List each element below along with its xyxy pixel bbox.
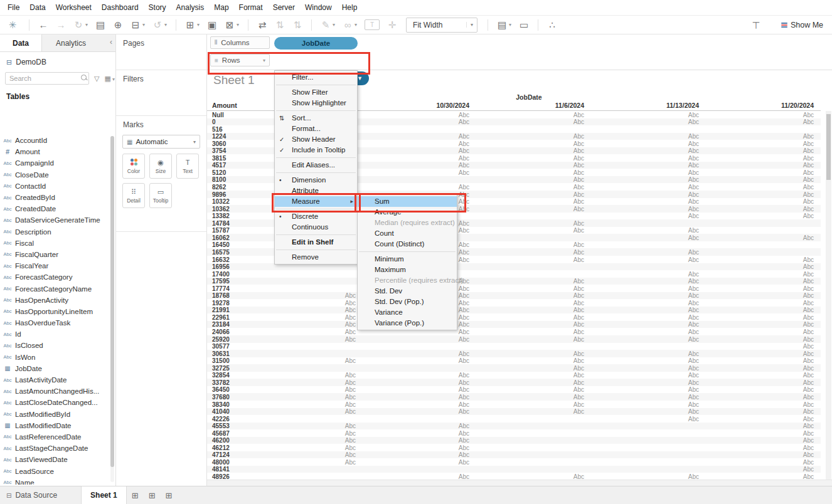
abc-placeholder-cell[interactable]: Abc [617, 386, 699, 393]
abc-placeholder-cell[interactable]: Abc [732, 379, 814, 386]
abc-placeholder-cell[interactable]: Abc [503, 314, 584, 321]
submenu-item-maximum[interactable]: Maximum [358, 265, 457, 275]
amount-value[interactable]: 45553 [212, 423, 230, 429]
search-input[interactable] [8, 73, 78, 83]
submenu-item-variance-pop-[interactable]: Variance (Pop.) [358, 318, 457, 328]
menu-dashboard[interactable]: Dashboard [97, 3, 144, 12]
abc-placeholder-cell[interactable]: Abc [617, 365, 699, 372]
abc-placeholder-cell[interactable]: Abc [503, 227, 584, 234]
amount-value[interactable]: 15787 [212, 227, 230, 234]
amount-value[interactable]: 23184 [212, 321, 230, 328]
field-item-closedate[interactable]: AbcCloseDate [0, 169, 110, 181]
abc-placeholder-cell[interactable]: Abc [732, 437, 814, 444]
abc-placeholder-cell[interactable]: Abc [388, 401, 469, 408]
abc-placeholder-cell[interactable]: Abc [732, 140, 814, 147]
menu-item-include-in-tooltip[interactable]: ✓Include in Tooltip [275, 145, 357, 155]
abc-placeholder-cell[interactable]: Abc [732, 263, 814, 270]
new-dashboard-button[interactable]: ⊞ [144, 486, 161, 504]
abc-placeholder-cell[interactable]: Abc [503, 350, 584, 357]
abc-placeholder-cell[interactable]: Abc [388, 147, 469, 154]
abc-placeholder-cell[interactable]: Abc [503, 206, 584, 213]
field-item-fiscal[interactable]: AbcFiscal [0, 238, 110, 249]
search-box[interactable] [5, 72, 89, 85]
abc-placeholder-cell[interactable]: Abc [503, 249, 584, 256]
abc-placeholder-cell[interactable]: Abc [732, 271, 814, 278]
collapse-pane-icon[interactable]: ‹ [110, 38, 112, 46]
filters-card[interactable]: Filters [116, 70, 206, 116]
field-item-dataservicegeneratetime[interactable]: AbcDataServiceGenerateTime [0, 214, 110, 226]
abc-placeholder-cell[interactable]: Abc [617, 350, 699, 357]
menu-item-attribute[interactable]: Attribute [275, 186, 357, 196]
replay-icon[interactable]: ↻▾ [73, 20, 88, 29]
field-item-accountid[interactable]: AbcAccountId [0, 135, 110, 146]
menu-item-discrete[interactable]: •Discrete [275, 211, 357, 222]
abc-placeholder-cell[interactable]: Abc [274, 314, 356, 321]
abc-placeholder-cell[interactable]: Abc [617, 249, 699, 256]
abc-placeholder-cell[interactable]: Abc [617, 416, 699, 423]
abc-placeholder-cell[interactable]: Abc [388, 169, 469, 176]
amount-value[interactable]: 17774 [212, 285, 230, 292]
abc-placeholder-cell[interactable]: Abc [388, 386, 469, 393]
abc-placeholder-cell[interactable]: Abc [388, 140, 469, 147]
abc-placeholder-cell[interactable]: Abc [732, 198, 814, 205]
menu-data[interactable]: Data [24, 3, 50, 12]
abc-placeholder-cell[interactable]: Abc [503, 184, 584, 191]
abc-placeholder-cell[interactable]: Abc [274, 408, 356, 415]
amount-value[interactable]: 31500 [212, 357, 230, 364]
horizontal-scrollbar[interactable] [207, 480, 832, 486]
field-item-lastmodifieddate[interactable]: ▦LastModifiedDate [0, 420, 110, 431]
abc-placeholder-cell[interactable]: Abc [732, 191, 814, 198]
amount-value[interactable]: 33782 [212, 379, 230, 386]
abc-placeholder-cell[interactable]: Abc [388, 444, 469, 451]
abc-placeholder-cell[interactable]: Abc [617, 213, 699, 219]
abc-placeholder-cell[interactable]: Abc [732, 118, 814, 125]
abc-placeholder-cell[interactable]: Abc [732, 112, 814, 118]
abc-placeholder-cell[interactable]: Abc [732, 285, 814, 292]
abc-placeholder-cell[interactable]: Abc [732, 278, 814, 285]
abc-placeholder-cell[interactable]: Abc [617, 176, 699, 183]
amount-value[interactable]: 30631 [212, 350, 230, 357]
submenu-item-count[interactable]: Count [358, 228, 457, 239]
abc-placeholder-cell[interactable]: Abc [388, 437, 469, 444]
field-item-name[interactable]: AbcName [0, 477, 110, 485]
mark-type-dropdown[interactable]: ▦ Automatic ▾ [122, 135, 200, 149]
abc-placeholder-cell[interactable]: Abc [732, 394, 814, 401]
amount-value[interactable]: 17400 [212, 271, 230, 278]
amount-value[interactable]: 516 [212, 126, 223, 133]
field-item-jobdate[interactable]: ▦JobDate [0, 363, 110, 374]
abc-placeholder-cell[interactable]: Abc [732, 169, 814, 176]
abc-placeholder-cell[interactable]: Abc [617, 227, 699, 234]
abc-placeholder-cell[interactable]: Abc [388, 357, 469, 364]
marks-button-color[interactable]: Color [122, 154, 145, 179]
submenu-item-average[interactable]: Average [358, 207, 457, 218]
abc-placeholder-cell[interactable]: Abc [388, 408, 469, 415]
abc-placeholder-cell[interactable]: Abc [732, 372, 814, 379]
field-item-hasopenactivity[interactable]: AbcHasOpenActivity [0, 295, 110, 306]
abc-placeholder-cell[interactable]: Abc [617, 155, 699, 162]
abc-placeholder-cell[interactable]: Abc [388, 430, 469, 437]
abc-placeholder-cell[interactable]: Abc [503, 321, 584, 328]
abc-placeholder-cell[interactable]: Abc [732, 451, 814, 458]
abc-placeholder-cell[interactable]: Abc [617, 234, 699, 241]
field-item-hasopportunitylineitem[interactable]: AbcHasOpportunityLineItem [0, 306, 110, 317]
field-item-campaignid[interactable]: AbcCampaignId [0, 157, 110, 169]
abc-placeholder-cell[interactable]: Abc [732, 365, 814, 372]
abc-placeholder-cell[interactable]: Abc [274, 328, 356, 335]
amount-value[interactable]: 48000 [212, 459, 230, 466]
abc-placeholder-cell[interactable]: Abc [732, 300, 814, 307]
menu-window[interactable]: Window [300, 3, 337, 12]
amount-value[interactable]: 16632 [212, 256, 230, 263]
abc-placeholder-cell[interactable]: Abc [274, 451, 356, 458]
abc-placeholder-cell[interactable]: Abc [503, 162, 584, 169]
forward-icon[interactable]: → [56, 20, 66, 29]
abc-placeholder-cell[interactable]: Abc [503, 408, 584, 415]
abc-placeholder-cell[interactable]: Abc [617, 169, 699, 176]
abc-placeholder-cell[interactable]: Abc [617, 401, 699, 408]
abc-placeholder-cell[interactable]: Abc [388, 118, 469, 125]
amount-value[interactable]: 3754 [212, 147, 226, 154]
abc-placeholder-cell[interactable]: Abc [617, 285, 699, 292]
vertical-scrollbar[interactable] [826, 111, 831, 480]
abc-placeholder-cell[interactable]: Abc [274, 300, 356, 307]
fix-axes-icon[interactable]: ✛ [387, 20, 397, 29]
marks-button-detail[interactable]: ⠿Detail [122, 183, 145, 208]
